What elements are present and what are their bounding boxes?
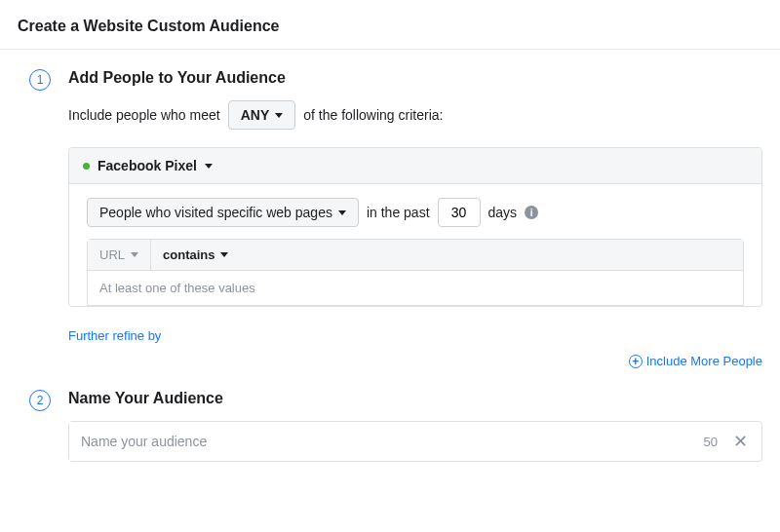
- past-prefix-text: in the past: [367, 205, 430, 220]
- caret-down-icon: [275, 113, 283, 118]
- step-2-title: Name Your Audience: [68, 390, 762, 407]
- info-icon[interactable]: i: [525, 206, 538, 219]
- url-rule-header: URL contains: [88, 240, 743, 271]
- caret-down-icon: [220, 252, 228, 257]
- active-status-dot-icon: [83, 163, 90, 170]
- audience-name-input[interactable]: [69, 422, 694, 461]
- visitor-type-label: People who visited specific web pages: [99, 205, 332, 220]
- plus-circle-icon: +: [629, 355, 643, 368]
- include-more-people-link[interactable]: +Include More People: [629, 354, 762, 368]
- include-more-row: +Include More People: [0, 353, 762, 368]
- match-any-label: ANY: [241, 107, 270, 123]
- dialog-title: Create a Website Custom Audience: [18, 18, 762, 35]
- past-suffix-text: days: [488, 205, 518, 220]
- step-number-2: 2: [29, 390, 51, 411]
- visitor-type-dropdown[interactable]: People who visited specific web pages: [87, 198, 359, 227]
- dialog-content: 1 Add People to Your Audience Include pe…: [0, 50, 780, 462]
- include-prefix-text: Include people who meet: [68, 107, 220, 123]
- char-counter: 50: [694, 435, 727, 449]
- further-refine-link[interactable]: Further refine by: [68, 328, 762, 343]
- clear-name-icon[interactable]: ✕: [727, 431, 761, 452]
- url-operator-dropdown[interactable]: contains: [151, 240, 240, 270]
- url-value-input[interactable]: [88, 271, 743, 305]
- step-number-1: 1: [29, 69, 51, 91]
- pixel-rule-body: People who visited specific web pages in…: [69, 184, 761, 306]
- step-add-people: 1 Add People to Your Audience Include pe…: [0, 69, 780, 343]
- include-criteria-row: Include people who meet ANY of the follo…: [68, 100, 762, 130]
- step-name-audience: 2 Name Your Audience 50 ✕: [0, 390, 780, 462]
- url-field-dropdown[interactable]: URL: [88, 240, 151, 270]
- pixel-source-label: Facebook Pixel: [98, 158, 197, 173]
- caret-down-icon: [131, 252, 138, 257]
- step-1-title: Add People to Your Audience: [68, 69, 762, 87]
- dialog-header: Create a Website Custom Audience: [0, 0, 780, 50]
- caret-down-icon: [338, 210, 346, 215]
- pixel-source-dropdown[interactable]: Facebook Pixel: [69, 148, 761, 184]
- days-input[interactable]: [438, 198, 481, 227]
- url-field-label: URL: [99, 247, 125, 262]
- audience-name-row: 50 ✕: [68, 421, 762, 462]
- url-rule-box: URL contains: [87, 239, 744, 306]
- url-operator-label: contains: [163, 247, 214, 262]
- match-any-dropdown[interactable]: ANY: [228, 100, 296, 130]
- include-more-label: Include More People: [646, 354, 762, 368]
- pixel-source-box: Facebook Pixel People who visited specif…: [68, 147, 762, 307]
- visitor-rule-row: People who visited specific web pages in…: [87, 198, 744, 227]
- include-suffix-text: of the following criteria:: [303, 107, 443, 123]
- caret-down-icon: [205, 164, 213, 169]
